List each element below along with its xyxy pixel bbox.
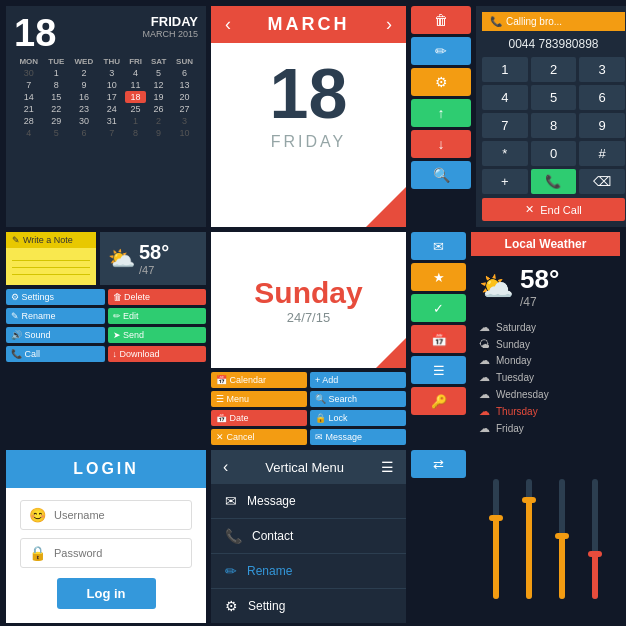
menu-btn-calendar[interactable]: 📅 Calendar [211,372,307,388]
login-widget: LOGIN 😊 🔒 Log in [6,450,206,623]
local-weather-temp: 58° [520,264,559,295]
weather-widget-small: ⛅ 58° /47 [100,232,206,285]
calling-bar: 📞 Calling bro... [482,12,625,31]
dial-key-star[interactable]: * [482,141,528,166]
username-input[interactable] [54,509,183,521]
phone-dialer: 📞 Calling bro... 0044 783980898 1 2 3 4 … [476,6,626,227]
march-month-title: MARCH [268,14,350,35]
dial-key-5[interactable]: 5 [531,85,577,110]
icon-btn-edit[interactable]: ✏ [411,37,471,65]
march-next-arrow[interactable]: › [386,14,392,35]
vmenu-item-message[interactable]: ✉ Message [211,484,406,519]
weather-day-friday: ☁ Friday [479,420,612,437]
calendar-day-name: FRIDAY [142,14,198,29]
rename-icon: ✏ [225,563,237,579]
left-panel-row2: ✎ Write a Note ⛅ 58° /47 [6,232,206,445]
icon-btn-menu2[interactable]: ☰ [411,356,466,384]
menu-btn-cancel[interactable]: ✕ Cancel [211,429,307,445]
menu-btn-lock[interactable]: 🔒 Lock [310,410,406,426]
menu-btn-edit[interactable]: ✏ Edit [108,308,207,324]
dial-key-delete[interactable]: ⌫ [579,169,625,194]
login-button[interactable]: Log in [57,578,156,609]
icon-btn-cal2[interactable]: 📅 [411,325,466,353]
dial-key-0[interactable]: 0 [531,141,577,166]
menu-btn-date[interactable]: 📅 Date [211,410,307,426]
contact-icon: 📞 [225,528,242,544]
icon-btn-swap[interactable]: ⇄ [411,450,466,478]
local-weather: Local Weather ⛅ 58° /47 ☁ Saturday [471,232,620,445]
calendar-widget: 18 FRIDAY MARCH 2015 MON TUE WED THU FRI… [6,6,206,227]
local-weather-header: Local Weather [471,232,620,256]
sliders-panel: ⇄ [411,450,620,623]
cloud-sun-icon: ⛅ [108,246,135,272]
right-panel-row2: ✉ ★ ✓ 📅 ☰ 🔑 Local Weather ⛅ 58° /47 [411,232,620,445]
password-input[interactable] [54,547,183,559]
sunday-panel: Sunday 24/7/15 📅 Calendar + Add ☰ Menu 🔍… [211,232,406,445]
dial-key-9[interactable]: 9 [579,113,625,138]
march-calendar: ‹ MARCH › 18 FRIDAY [211,6,406,227]
local-weather-low: /47 [520,295,559,309]
menu-btn-call[interactable]: 📞 Call [6,346,105,362]
march-prev-arrow[interactable]: ‹ [225,14,231,35]
dial-key-1[interactable]: 1 [482,57,528,82]
dial-key-6[interactable]: 6 [579,85,625,110]
dial-key-hash[interactable]: # [579,141,625,166]
dial-key-3[interactable]: 3 [579,57,625,82]
vmenu-title: Vertical Menu [265,460,344,475]
note-widget: ✎ Write a Note [6,232,96,285]
dial-key-call[interactable]: 📞 [531,169,577,194]
user-icon: 😊 [29,507,46,523]
setting-icon: ⚙ [225,598,238,614]
login-header: LOGIN [6,450,206,488]
dial-key-2[interactable]: 2 [531,57,577,82]
vmenu-item-rename[interactable]: ✏ Rename [211,554,406,589]
phone-number: 0044 783980898 [482,37,625,51]
menu-btn-settings[interactable]: ⚙ Settings [6,289,105,305]
icon-btn-msg[interactable]: ✉ [411,232,466,260]
menu-btn-message[interactable]: ✉ Message [310,429,406,445]
icon-btn-settings[interactable]: ⚙ [411,68,471,96]
vmenu-prev-arrow[interactable]: ‹ [223,458,228,476]
vertical-menu: ‹ Vertical Menu ☰ ✉ Message 📞 Contact ✏ … [211,450,406,623]
icon-btn-star[interactable]: ★ [411,263,466,291]
icon-btn-delete[interactable]: 🗑 [411,6,471,34]
password-field[interactable]: 🔒 [20,538,192,568]
lock-icon: 🔒 [29,545,46,561]
weather-low-small: /47 [139,264,169,276]
march-big-date: 18 [211,59,406,129]
icon-btn-check[interactable]: ✓ [411,294,466,322]
vmenu-item-setting[interactable]: ⚙ Setting [211,589,406,623]
menu-btn-send[interactable]: ➤ Send [108,327,207,343]
menu-btn-rename[interactable]: ✎ Rename [6,308,105,324]
weather-day-tuesday: ☁ Tuesday [479,369,612,386]
vmenu-item-contact[interactable]: 📞 Contact [211,519,406,554]
icon-buttons-panel: 🗑 ✏ ⚙ ↑ ↓ 🔍 [411,6,471,227]
menu-btn-delete[interactable]: 🗑 Delete [108,289,207,305]
march-weekday: FRIDAY [211,133,406,151]
end-call-button[interactable]: ✕ End Call [482,198,625,221]
icon-btn-download[interactable]: ↓ [411,130,471,158]
icon-btn-share[interactable]: ↑ [411,99,471,127]
dial-key-add[interactable]: + [482,169,528,194]
weather-day-thursday: ☁ Thursday [479,403,612,420]
vmenu-menu-icon[interactable]: ☰ [381,459,394,475]
icon-btn-search[interactable]: 🔍 [411,161,471,189]
menu-btn-add[interactable]: + Add [310,372,406,388]
calendar-date-big: 18 [14,14,56,52]
menu-btn-sound[interactable]: 🔊 Sound [6,327,105,343]
dial-key-4[interactable]: 4 [482,85,528,110]
vmenu-header: ‹ Vertical Menu ☰ [211,450,406,484]
icon-btn-key[interactable]: 🔑 [411,387,466,415]
weather-day-monday: ☁ Monday [479,352,612,369]
sunday-date: 24/7/15 [287,310,330,325]
username-field[interactable]: 😊 [20,500,192,530]
weather-temp-small: 58° [139,241,169,264]
dial-key-8[interactable]: 8 [531,113,577,138]
menu-btn-download[interactable]: ↓ Download [108,346,207,362]
weather-day-saturday: ☁ Saturday [479,319,612,336]
menu-btn-menu[interactable]: ☰ Menu [211,391,307,407]
dial-key-7[interactable]: 7 [482,113,528,138]
menu-btn-search[interactable]: 🔍 Search [310,391,406,407]
weather-cloud-icon: ⛅ [479,270,514,303]
weather-day-wednesday: ☁ Wednesday [479,386,612,403]
